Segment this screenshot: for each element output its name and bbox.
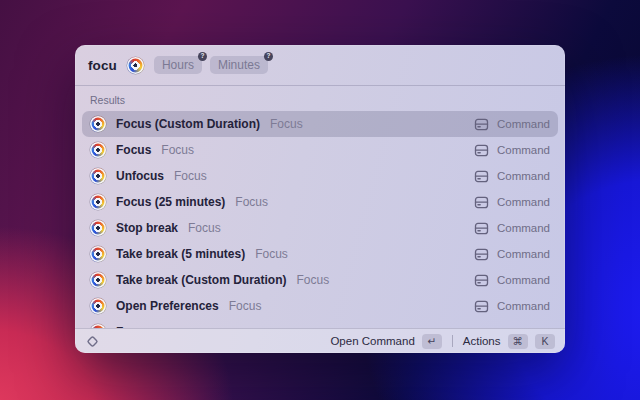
focus-app-icon — [127, 57, 144, 74]
result-subtitle: Focus — [270, 117, 303, 131]
actions-button[interactable]: Actions — [463, 335, 501, 347]
result-row[interactable]: Focus (25 minutes) Focus Command — [82, 189, 558, 215]
result-row[interactable]: Unfocus Focus Command — [82, 163, 558, 189]
command-icon — [474, 221, 489, 236]
command-icon — [474, 117, 489, 132]
result-type: Command — [497, 300, 550, 312]
result-meta: Command — [474, 273, 550, 288]
command-icon — [474, 299, 489, 314]
result-subtitle: Focus — [255, 247, 288, 261]
command-icon — [474, 195, 489, 210]
result-subtitle: Focus — [296, 273, 329, 287]
footer-actions: Open Command ↵ Actions ⌘ K — [330, 334, 555, 349]
result-row[interactable]: Focus (Custom Duration) Focus Command — [82, 111, 558, 137]
focus-app-icon — [90, 116, 106, 132]
command-icon — [474, 247, 489, 262]
footer-action-bar: Open Command ↵ Actions ⌘ K — [75, 328, 565, 353]
result-title: Take break (5 minutes) — [116, 247, 245, 261]
primary-action-button[interactable]: Open Command — [330, 335, 414, 347]
results-header: Results — [82, 86, 558, 111]
result-subtitle: Focus — [235, 195, 268, 209]
result-subtitle: Focus — [188, 221, 221, 235]
focus-app-icon — [90, 168, 106, 184]
result-row[interactable]: Open Preferences Focus Command — [82, 293, 558, 319]
result-subtitle: Focus — [174, 169, 207, 183]
return-key-badge: ↵ — [422, 334, 442, 349]
result-type: Command — [497, 248, 550, 260]
result-meta: Command — [474, 247, 550, 262]
result-subtitle: Focus — [229, 299, 262, 313]
result-meta: Command — [474, 169, 550, 184]
result-subtitle: Focus — [161, 143, 194, 157]
result-title: Take break (Custom Duration) — [116, 273, 286, 287]
result-row[interactable]: Take break (5 minutes) Focus Command — [82, 241, 558, 267]
result-type: Command — [497, 274, 550, 286]
result-row[interactable]: Focus Application — [82, 319, 558, 328]
cmd-key-badge: ⌘ — [508, 334, 529, 349]
result-title: Unfocus — [116, 169, 164, 183]
result-title: Open Preferences — [116, 299, 219, 313]
k-key-badge: K — [535, 334, 555, 349]
focus-app-icon — [90, 272, 106, 288]
command-icon — [474, 143, 489, 158]
arg-hours-label: Hours — [162, 58, 194, 72]
result-type: Command — [497, 222, 550, 234]
arg-minutes-optional-badge: ? — [264, 52, 273, 61]
focus-app-icon — [90, 194, 106, 210]
result-row[interactable]: Stop break Focus Command — [82, 215, 558, 241]
command-icon — [474, 273, 489, 288]
result-row[interactable]: Take break (Custom Duration) Focus Comma… — [82, 267, 558, 293]
result-meta: Command — [474, 117, 550, 132]
result-type: Command — [497, 144, 550, 156]
arg-hours-optional-badge: ? — [198, 52, 207, 61]
desktop-background: focu Hours ? Minutes ? Results Focus (Cu… — [0, 0, 640, 400]
focus-app-icon — [90, 220, 106, 236]
result-title: Focus (25 minutes) — [116, 195, 225, 209]
command-icon — [474, 169, 489, 184]
result-title: Focus — [116, 143, 151, 157]
result-type: Command — [497, 196, 550, 208]
result-type: Command — [497, 118, 550, 130]
result-row[interactable]: Focus Focus Command — [82, 137, 558, 163]
arg-minutes-label: Minutes — [218, 58, 260, 72]
result-meta: Command — [474, 143, 550, 158]
result-title: Stop break — [116, 221, 178, 235]
search-input[interactable]: focu — [88, 58, 117, 73]
raycast-window: focu Hours ? Minutes ? Results Focus (Cu… — [75, 45, 565, 353]
focus-app-icon — [90, 246, 106, 262]
footer-separator — [452, 335, 453, 347]
result-type: Command — [497, 170, 550, 182]
results-list: Results Focus (Custom Duration) Focus Co… — [75, 86, 565, 328]
focus-app-icon — [90, 142, 106, 158]
raycast-logo-icon — [85, 334, 100, 349]
result-meta: Command — [474, 299, 550, 314]
argument-fields: Hours ? Minutes ? — [154, 56, 268, 74]
arg-minutes-field[interactable]: Minutes ? — [210, 56, 268, 74]
result-meta: Command — [474, 195, 550, 210]
result-title: Focus (Custom Duration) — [116, 117, 260, 131]
arg-hours-field[interactable]: Hours ? — [154, 56, 202, 74]
focus-app-icon — [90, 298, 106, 314]
result-meta: Command — [474, 221, 550, 236]
search-bar[interactable]: focu Hours ? Minutes ? — [75, 45, 565, 85]
